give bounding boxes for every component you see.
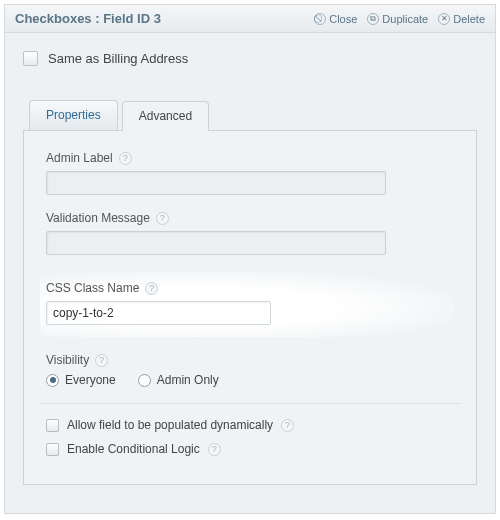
- help-icon[interactable]: ?: [95, 354, 108, 367]
- field-preview: Same as Billing Address: [5, 33, 495, 72]
- visibility-everyone[interactable]: Everyone: [46, 373, 116, 387]
- css-class-text: CSS Class Name: [46, 281, 139, 295]
- visibility-admin-only-label: Admin Only: [157, 373, 219, 387]
- radio-icon: [138, 374, 151, 387]
- validation-message-input[interactable]: [46, 231, 386, 255]
- field-editor-panel: Checkboxes : Field ID 3 ⃠ Close ⧉ Duplic…: [4, 4, 496, 514]
- duplicate-label: Duplicate: [382, 13, 428, 25]
- help-icon[interactable]: ?: [208, 443, 221, 456]
- tab-properties[interactable]: Properties: [29, 100, 118, 130]
- allow-populate-row: Allow field to be populated dynamically …: [46, 418, 454, 432]
- conditional-logic-row: Enable Conditional Logic ?: [46, 442, 454, 456]
- admin-label-label: Admin Label ?: [46, 151, 454, 165]
- close-label: Close: [329, 13, 357, 25]
- help-icon[interactable]: ?: [119, 152, 132, 165]
- panel-title: Checkboxes : Field ID 3: [15, 11, 161, 26]
- help-icon[interactable]: ?: [145, 282, 158, 295]
- css-class-label: CSS Class Name ?: [46, 281, 444, 295]
- css-class-row: CSS Class Name ?: [40, 271, 454, 337]
- visibility-text: Visibility: [46, 353, 89, 367]
- delete-button[interactable]: ✕ Delete: [438, 13, 485, 25]
- help-icon[interactable]: ?: [281, 419, 294, 432]
- duplicate-icon: ⧉: [367, 13, 379, 25]
- visibility-label: Visibility ?: [46, 353, 454, 367]
- admin-label-input[interactable]: [46, 171, 386, 195]
- separator: [40, 403, 460, 404]
- css-class-input[interactable]: [46, 301, 271, 325]
- visibility-row: Visibility ? Everyone Admin Only: [46, 353, 454, 387]
- admin-label-row: Admin Label ?: [46, 151, 454, 195]
- header-actions: ⃠ Close ⧉ Duplicate ✕ Delete: [314, 13, 485, 25]
- delete-icon: ✕: [438, 13, 450, 25]
- close-button[interactable]: ⃠ Close: [314, 13, 357, 25]
- conditional-logic-label: Enable Conditional Logic: [67, 442, 200, 456]
- tab-advanced[interactable]: Advanced: [122, 101, 209, 131]
- visibility-everyone-label: Everyone: [65, 373, 116, 387]
- allow-populate-checkbox[interactable]: [46, 419, 59, 432]
- preview-checkbox[interactable]: [23, 51, 38, 66]
- admin-label-text: Admin Label: [46, 151, 113, 165]
- delete-label: Delete: [453, 13, 485, 25]
- allow-populate-label: Allow field to be populated dynamically: [67, 418, 273, 432]
- tab-body-advanced: Admin Label ? Validation Message ? CSS C…: [23, 130, 477, 485]
- preview-checkbox-label: Same as Billing Address: [48, 51, 188, 66]
- close-icon: ⃠: [314, 13, 326, 25]
- validation-message-text: Validation Message: [46, 211, 150, 225]
- help-icon[interactable]: ?: [156, 212, 169, 225]
- tabs: Properties Advanced: [29, 100, 495, 130]
- visibility-options: Everyone Admin Only: [46, 373, 454, 387]
- validation-message-label: Validation Message ?: [46, 211, 454, 225]
- radio-icon: [46, 374, 59, 387]
- panel-header: Checkboxes : Field ID 3 ⃠ Close ⧉ Duplic…: [5, 5, 495, 33]
- validation-message-row: Validation Message ?: [46, 211, 454, 255]
- conditional-logic-checkbox[interactable]: [46, 443, 59, 456]
- duplicate-button[interactable]: ⧉ Duplicate: [367, 13, 428, 25]
- visibility-admin-only[interactable]: Admin Only: [138, 373, 219, 387]
